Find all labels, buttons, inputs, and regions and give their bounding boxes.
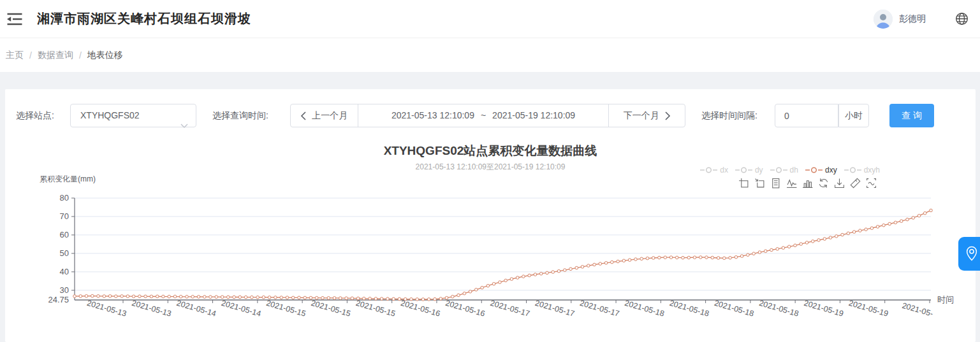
- restore-icon[interactable]: [818, 178, 829, 189]
- y-axis-name: 累积变化量(mm): [40, 174, 96, 185]
- interval-unit: 小时: [838, 104, 869, 127]
- legend-item-dx[interactable]: dx: [700, 166, 728, 175]
- svg-text:2021-05-16: 2021-05-16: [400, 299, 441, 318]
- brush-select-icon[interactable]: [866, 178, 877, 189]
- interval-label: 选择时间间隔:: [701, 104, 757, 127]
- breadcrumb-current: 地表位移: [87, 50, 123, 61]
- zoom-reset-icon[interactable]: [754, 178, 765, 189]
- globe-icon[interactable]: [955, 12, 969, 25]
- legend-marker-icon: [735, 166, 752, 174]
- interval-input[interactable]: [775, 104, 838, 127]
- svg-text:2021-05-13: 2021-05-13: [131, 299, 172, 318]
- breadcrumb-data-query[interactable]: 数据查询: [38, 50, 73, 61]
- right-gutter: [976, 72, 980, 342]
- svg-text:2021-05-15: 2021-05-15: [265, 299, 307, 318]
- time-range-label: 选择查询时间:: [212, 104, 268, 127]
- zoom-select-icon[interactable]: [738, 178, 749, 189]
- line-chart-icon[interactable]: [786, 178, 797, 189]
- next-month-label: 下一个月: [624, 104, 659, 127]
- content-card: 选择站点: XTYHQGFS02 选择查询时间: 上一个月 2021-05-13…: [5, 89, 976, 342]
- chevron-down-icon: [180, 114, 188, 136]
- svg-text:70: 70: [60, 211, 69, 221]
- next-month-button[interactable]: 下一个月: [608, 104, 685, 127]
- svg-text:时间: 时间: [937, 295, 954, 304]
- svg-text:2021-05-13: 2021-05-13: [86, 299, 128, 318]
- svg-text:24.75: 24.75: [48, 295, 69, 304]
- chevron-left-icon: [300, 111, 306, 120]
- location-pin-icon: [965, 246, 978, 262]
- breadcrumb-separator: /: [79, 50, 82, 61]
- query-button[interactable]: 查 询: [889, 104, 934, 127]
- app-header: 湘潭市雨湖区关峰村石坝组石坝滑坡 彭德明: [0, 0, 980, 38]
- svg-text:2021-05-18: 2021-05-18: [713, 299, 755, 318]
- breadcrumb-home[interactable]: 主页: [6, 50, 24, 61]
- svg-text:40: 40: [60, 267, 69, 276]
- prev-month-label: 上一个月: [312, 104, 347, 127]
- data-view-icon[interactable]: [770, 178, 781, 189]
- svg-text:2021-05-19: 2021-05-19: [803, 299, 844, 318]
- user-name[interactable]: 彭德明: [899, 13, 926, 25]
- bar-chart-icon[interactable]: [802, 178, 813, 189]
- legend-item-dxyh[interactable]: dxyh: [844, 166, 880, 175]
- range-start: 2021-05-13 12:10:09: [391, 104, 474, 127]
- chart-toolbox: [738, 178, 877, 189]
- svg-text:2021-05-: 2021-05-: [901, 301, 934, 318]
- range-separator: ~: [481, 104, 486, 127]
- chart-legend: dx dy dh dxy dxyh: [700, 166, 880, 175]
- chart-canvas[interactable]: 80706050403024.752021-05-132021-05-13202…: [38, 191, 969, 341]
- page-title: 湘潭市雨湖区关峰村石坝组石坝滑坡: [37, 10, 251, 27]
- filter-row: 选择站点: XTYHQGFS02 选择查询时间: 上一个月 2021-05-13…: [5, 104, 976, 127]
- menu-fold-icon[interactable]: [6, 12, 23, 26]
- svg-text:2021-05-17: 2021-05-17: [579, 299, 620, 318]
- range-end: 2021-05-19 12:10:09: [492, 104, 575, 127]
- svg-text:2021-05-15: 2021-05-15: [355, 299, 396, 318]
- date-range-display[interactable]: 2021-05-13 12:10:09 ~ 2021-05-19 12:10:0…: [358, 104, 609, 127]
- svg-text:2021-05-15: 2021-05-15: [310, 299, 351, 318]
- station-select-value: XTYHQGFS02: [80, 110, 140, 120]
- svg-text:2021-05-14: 2021-05-14: [221, 299, 262, 318]
- svg-text:2021-05-16: 2021-05-16: [444, 299, 486, 318]
- time-range-group: 上一个月 2021-05-13 12:10:09 ~ 2021-05-19 12…: [290, 104, 685, 127]
- svg-text:2021-05-19: 2021-05-19: [847, 299, 889, 318]
- svg-text:2021-05-18: 2021-05-18: [758, 299, 800, 318]
- chart-title: XTYHQGFS02站点累积变化量数据曲线: [5, 143, 976, 159]
- prev-month-button[interactable]: 上一个月: [291, 104, 358, 127]
- legend-item-dy[interactable]: dy: [735, 166, 763, 175]
- save-image-icon[interactable]: [834, 178, 845, 189]
- svg-text:2021-05-14: 2021-05-14: [175, 299, 217, 318]
- svg-text:30: 30: [60, 285, 69, 295]
- svg-text:80: 80: [60, 193, 69, 203]
- legend-item-dxy[interactable]: dxy: [805, 166, 837, 175]
- svg-text:2021-05-17: 2021-05-17: [489, 299, 530, 318]
- svg-text:2021-05-18: 2021-05-18: [668, 299, 710, 318]
- station-label: 选择站点:: [16, 104, 54, 127]
- legend-marker-icon: [805, 166, 823, 174]
- legend-marker-icon: [700, 166, 717, 174]
- svg-text:2021-05-18: 2021-05-18: [624, 299, 665, 318]
- legend-item-dh[interactable]: dh: [770, 166, 798, 175]
- svg-text:2021-05-17: 2021-05-17: [534, 299, 575, 318]
- chevron-right-icon: [665, 111, 671, 120]
- map-location-button[interactable]: [958, 237, 980, 271]
- svg-text:60: 60: [60, 230, 69, 239]
- legend-marker-icon: [770, 166, 787, 174]
- avatar[interactable]: [874, 10, 893, 29]
- breadcrumb: 主页 / 数据查询 / 地表位移: [0, 39, 980, 72]
- svg-text:50: 50: [60, 248, 69, 258]
- page-root: 湘潭市雨湖区关峰村石坝组石坝滑坡 彭德明 主页 / 数据查询 / 地表位移 选: [0, 0, 980, 342]
- breadcrumb-separator: /: [29, 50, 32, 61]
- station-select[interactable]: XTYHQGFS02: [70, 104, 196, 127]
- measure-icon[interactable]: [850, 178, 861, 189]
- legend-marker-icon: [844, 166, 861, 174]
